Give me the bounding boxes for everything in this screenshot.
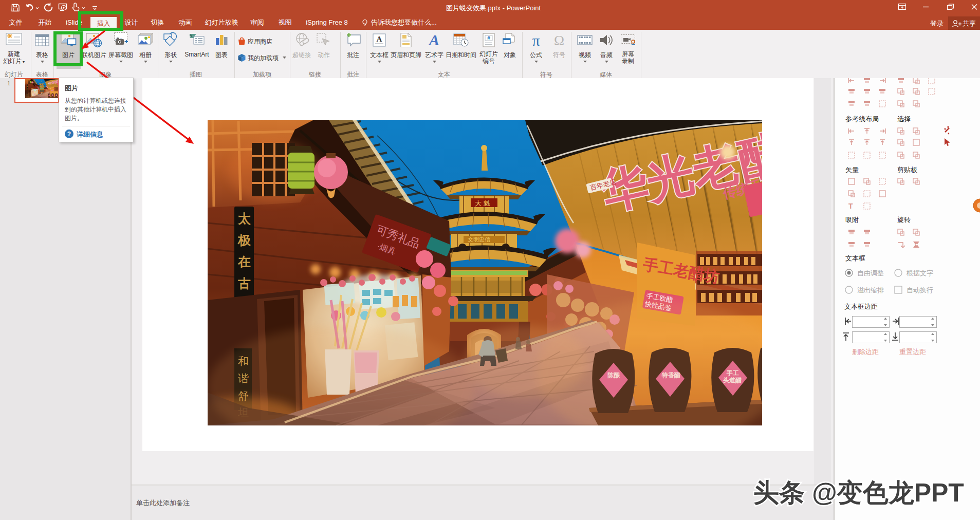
svg-text:文本框边距: 文本框边距	[844, 303, 878, 310]
svg-text:剪贴板: 剪贴板	[897, 166, 917, 174]
svg-text:参考线布局: 参考线布局	[845, 115, 879, 123]
svg-text:?: ?	[67, 131, 71, 138]
svg-text:A: A	[428, 32, 439, 48]
svg-text:头条 @变色龙PPT: 头条 @变色龙PPT	[753, 478, 964, 507]
svg-text:自动换行: 自动换行	[907, 286, 933, 294]
svg-text:旋转: 旋转	[897, 216, 911, 224]
svg-text:矢量: 矢量	[845, 166, 859, 174]
svg-text:溢出缩排: 溢出缩排	[857, 286, 884, 294]
svg-text:吸附: 吸附	[845, 216, 859, 224]
svg-text:根据文字: 根据文字	[906, 269, 933, 277]
svg-text:删除边距: 删除边距	[852, 348, 879, 356]
svg-text:#: #	[487, 35, 490, 41]
svg-text:T: T	[848, 202, 853, 210]
svg-text:A: A	[377, 35, 382, 43]
svg-text:文本框: 文本框	[845, 254, 865, 262]
svg-text:Ω: Ω	[554, 33, 564, 48]
svg-text:选择: 选择	[897, 115, 911, 123]
svg-text:自由调整: 自由调整	[857, 269, 884, 277]
svg-text:π: π	[532, 32, 540, 48]
svg-text:重置边距: 重置边距	[899, 348, 926, 356]
